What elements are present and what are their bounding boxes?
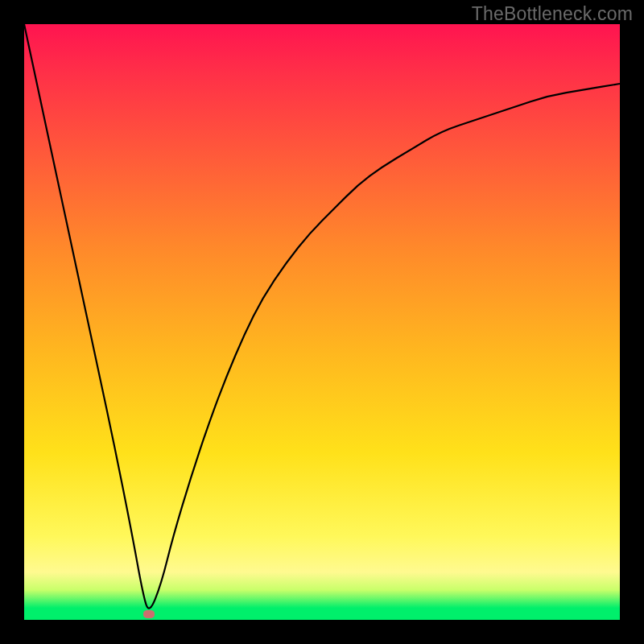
watermark-text: TheBottleneck.com xyxy=(472,3,633,25)
minimum-marker xyxy=(143,610,155,618)
chart-frame: TheBottleneck.com xyxy=(0,0,644,644)
curve-svg xyxy=(24,24,620,620)
plot-area xyxy=(24,24,620,620)
bottleneck-curve xyxy=(24,24,620,609)
